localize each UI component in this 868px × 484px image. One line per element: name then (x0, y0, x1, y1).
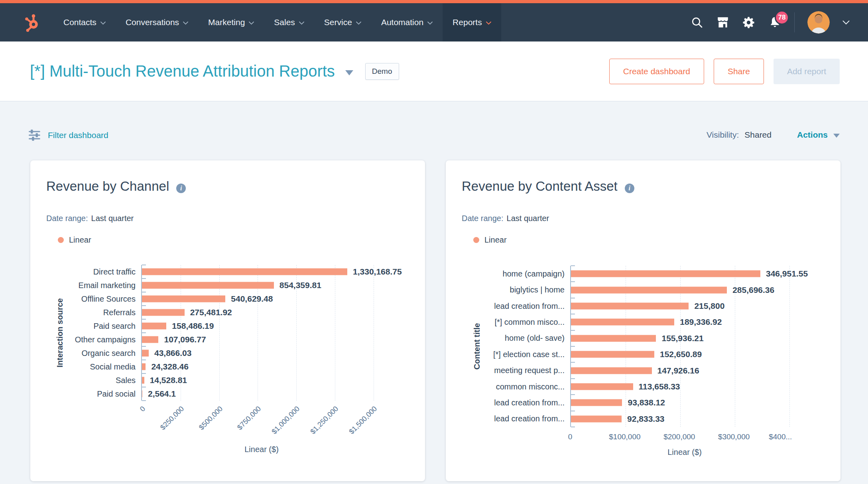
visibility-value: Shared (744, 130, 772, 140)
category-label: home (old- save) (446, 330, 565, 346)
chevron-down-icon (183, 22, 188, 25)
search-icon[interactable] (691, 16, 703, 29)
legend-item-linear[interactable]: Linear (473, 235, 507, 245)
nav-item-service[interactable]: Service (314, 3, 371, 41)
nav-item-contacts[interactable]: Contacts (53, 3, 116, 41)
x-tick-label: $400... (769, 433, 792, 441)
x-tick-label: $1,000,000 (270, 405, 301, 436)
bar[interactable] (142, 391, 142, 397)
category-label: Paid social (30, 387, 136, 401)
bar[interactable] (571, 399, 622, 406)
bar-row: 147,926.16 (571, 362, 800, 378)
legend-item-linear[interactable]: Linear (58, 235, 91, 245)
bar-row: 1,330,168.75 (142, 265, 383, 279)
dashboard-toolbar: Filter dashboard Visibility: Shared Acti… (0, 101, 868, 160)
filter-dashboard-link[interactable]: Filter dashboard (29, 129, 108, 141)
main-nav-menu: ContactsConversationsMarketingSalesServi… (53, 3, 501, 41)
bar-value-label: 540,629.48 (231, 294, 273, 304)
user-avatar[interactable] (807, 11, 830, 34)
bar[interactable] (571, 286, 727, 293)
dashboard-selector-caret-icon[interactable] (345, 70, 353, 75)
account-chevron-down-icon[interactable] (842, 20, 850, 25)
create-dashboard-button[interactable]: Create dashboard (609, 59, 704, 84)
bar-value-label: 152,650.89 (660, 350, 702, 359)
nav-item-automation[interactable]: Automation (371, 3, 443, 41)
bar-value-label: 147,926.16 (657, 366, 699, 375)
bar[interactable] (142, 309, 185, 316)
bar[interactable] (142, 269, 347, 275)
settings-gear-icon[interactable] (742, 16, 756, 29)
bar[interactable] (571, 383, 633, 390)
chevron-down-icon (356, 22, 361, 25)
bar-value-label: 1,330,168.75 (353, 267, 402, 277)
bar-row: 346,951.55 (571, 266, 800, 282)
category-label: Paid search (30, 319, 136, 333)
chevron-down-icon (299, 22, 304, 25)
bar[interactable] (142, 296, 225, 302)
hubspot-dashboard-page: ContactsConversationsMarketingSalesServi… (0, 0, 868, 484)
bar[interactable] (142, 363, 146, 370)
bar[interactable] (571, 335, 656, 342)
bar-value-label: 93,838.12 (628, 398, 665, 407)
add-report-button[interactable]: Add report (774, 59, 840, 84)
bar-value-label: 24,328.46 (151, 362, 188, 371)
bar-row: 92,833.33 (571, 411, 800, 427)
bar-value-label: 158,486.19 (172, 321, 214, 331)
bar[interactable] (571, 415, 622, 422)
x-axis-title: Linear ($) (244, 445, 279, 454)
bar-rows: 346,951.55285,696.36215,800189,336.92155… (571, 266, 800, 427)
bar-row: 285,696.36 (571, 282, 800, 298)
chevron-down-icon (249, 22, 254, 25)
nav-item-marketing[interactable]: Marketing (198, 3, 264, 41)
bar-row: 152,650.89 (571, 346, 800, 362)
nav-item-reports[interactable]: Reports (443, 3, 501, 41)
notification-count-badge: 78 (775, 10, 789, 25)
bar-value-label: 92,833.33 (627, 414, 664, 424)
category-label: lead creation from... (446, 298, 565, 314)
actions-menu[interactable]: Actions (797, 130, 828, 140)
category-label: common misconc... (446, 379, 565, 395)
bar[interactable] (142, 336, 158, 343)
x-tick-label: $1,250,000 (309, 405, 340, 436)
actions-caret-icon[interactable] (833, 134, 840, 138)
bar[interactable] (142, 377, 144, 384)
page-title[interactable]: [*] Multi-Touch Revenue Attribution Repo… (30, 62, 335, 80)
bar[interactable] (571, 367, 652, 374)
nav-item-label: Automation (381, 18, 423, 27)
legend-dot (58, 237, 64, 243)
top-navigation-bar: ContactsConversationsMarketingSalesServi… (0, 0, 868, 41)
x-axis-title: Linear ($) (667, 448, 702, 457)
info-icon[interactable]: i (176, 184, 186, 193)
x-tick-label: 0 (568, 433, 573, 441)
marketplace-icon[interactable] (716, 16, 730, 29)
bar-value-label: 14,528.81 (150, 375, 187, 385)
bar[interactable] (571, 351, 654, 358)
x-tick-label: 0 (138, 405, 147, 413)
hubspot-logo-icon[interactable] (22, 12, 42, 33)
bar[interactable] (142, 350, 149, 357)
x-axis-ticks: 0$100,000$200,000$300,000$400... (570, 433, 799, 448)
category-label: [*] election case st... (446, 346, 565, 362)
revenue-by-content-asset-card: Revenue by Content Asset i Date range:La… (446, 160, 840, 481)
chevron-down-icon (100, 22, 106, 25)
bar[interactable] (571, 319, 674, 326)
category-label: Sales (30, 373, 136, 387)
nav-item-label: Sales (274, 18, 295, 27)
x-tick-label: $100,000 (609, 433, 640, 441)
bar-value-label: 215,800 (694, 301, 724, 311)
notifications-bell-icon[interactable]: 78 (768, 16, 781, 29)
bar-value-label: 155,936.21 (661, 334, 703, 343)
bar-value-label: 2,564.1 (148, 389, 176, 399)
x-tick-label: $1,500,000 (347, 405, 379, 436)
nav-item-conversations[interactable]: Conversations (116, 3, 198, 41)
bar-row: 215,800 (571, 298, 800, 314)
share-button[interactable]: Share (714, 59, 764, 84)
x-tick-label: $500,000 (197, 405, 224, 432)
bar[interactable] (571, 271, 760, 277)
bar[interactable] (142, 323, 166, 330)
nav-item-label: Reports (453, 18, 482, 27)
info-icon[interactable]: i (625, 184, 634, 193)
bar[interactable] (142, 282, 274, 289)
bar[interactable] (571, 303, 689, 310)
nav-item-sales[interactable]: Sales (264, 3, 314, 41)
